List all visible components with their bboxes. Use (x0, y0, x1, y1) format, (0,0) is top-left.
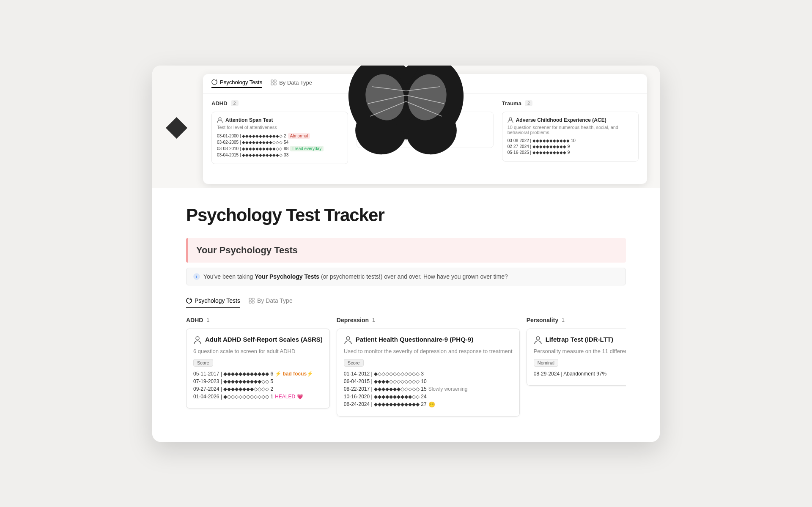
svg-rect-28 (249, 298, 251, 300)
svg-rect-30 (249, 301, 251, 303)
preview-adhd-desc: Test for level of attentiveness (217, 125, 343, 130)
depression-person-icon (344, 336, 352, 345)
preview-section: Psychology Tests By Data Type ADHD (152, 66, 660, 188)
svg-point-25 (509, 118, 512, 120)
info-text: You've been taking Your Psychology Tests… (203, 273, 508, 280)
svg-point-32 (196, 337, 199, 340)
preview-trauma-count: 2 (525, 100, 532, 106)
preview-card: Psychology Tests By Data Type ADHD (203, 74, 647, 184)
diamond-icon (165, 116, 188, 140)
kanban-col-personality: Personality 1 Lifetrap Test (IDR-LTT) Pe… (527, 317, 626, 417)
adhd-entry-2: 07-19-2023 | ◆◆◆◆◆◆◆◆◆◆◇◇ 5 (193, 378, 323, 384)
preview-adhd-row1: 03-01-2000 | ◆◆◆◆◆◆◆◆◆◆◆◇ 2 Abnormal (217, 133, 343, 139)
kanban-board: ADHD 1 Adult ADHD Self-Report Scales (AS… (186, 317, 626, 425)
main-content: Psychology Test Tracker Your Psychology … (152, 188, 660, 442)
adhd-test-desc: 6 question scale to screen for adult ADH… (193, 348, 323, 354)
depression-entry-5: 06-24-2024 | ◆◆◆◆◆◆◆◆◆◆◆◆ 27 😶 (344, 401, 513, 408)
preview-columns: ADHD 2 Attention Span Test Test for leve… (203, 93, 647, 178)
personality-col-header: Personality 1 (527, 317, 626, 323)
adhd-test-badge: Score (193, 359, 213, 367)
depression-col-name: Depression (337, 317, 369, 323)
tab-psychology-tests[interactable]: Psychology Tests (186, 294, 240, 308)
adhd-col-count: 1 (206, 317, 209, 323)
adhd-card-header: Adult ADHD Self-Report Scales (ASRS) (193, 336, 323, 345)
personality-test-card: Lifetrap Test (IDR-LTT) Personality meas… (527, 329, 626, 386)
depression-col-header: Depression 1 (337, 317, 520, 323)
section-header: Your Psychology Tests (186, 238, 626, 263)
person-icon-sm (217, 117, 223, 123)
preview-dep-card: Based... Depre... 01-01-202... ...s pres… (357, 112, 493, 148)
svg-rect-29 (252, 298, 254, 300)
depression-col-count: 1 (372, 317, 375, 323)
depression-entry-3: 08-22-2017 | ◆◆◆◆◆◆◆◇◇◇◇◇ 15 Slowly wors… (344, 386, 513, 392)
preview-col-dep-title: De... (357, 100, 368, 107)
preview-col-dep: De... Based... Depre... 01-01-202... ...… (357, 100, 493, 171)
preview-tab-datatype[interactable]: By Data Type (271, 79, 312, 88)
svg-point-23 (219, 118, 221, 120)
personality-card-header: Lifetrap Test (IDR-LTT) (534, 336, 626, 345)
preview-trauma-title: Adverse Childhood Experience (ACE) (516, 117, 606, 123)
svg-rect-19 (271, 80, 273, 82)
svg-point-10 (417, 67, 422, 71)
app-container: Psychology Tests By Data Type ADHD (152, 66, 660, 442)
adhd-col-name: ADHD (186, 317, 203, 323)
preview-trauma-card: Adverse Childhood Experience (ACE) 10 qu… (502, 112, 639, 162)
person-icon-dep (362, 117, 368, 123)
info-icon: i (193, 273, 200, 280)
preview-trauma-desc: 10 question screener for numerous health… (508, 125, 633, 135)
svg-point-34 (536, 337, 540, 340)
personality-test-name: Lifetrap Test (IDR-LTT) (546, 336, 613, 343)
svg-rect-20 (274, 80, 276, 82)
tab-by-datatype[interactable]: By Data Type (249, 294, 293, 307)
preview-tab-label: Psychology Tests (220, 79, 262, 85)
preview-adhd-title: Attention Span Test (225, 117, 273, 123)
section-title: Your Psychology Tests (196, 245, 298, 255)
refresh-icon (211, 79, 217, 85)
depression-test-badge: Score (344, 359, 364, 367)
personality-col-name: Personality (527, 317, 558, 323)
svg-point-33 (346, 337, 350, 340)
preview-tab-psychology[interactable]: Psychology Tests (211, 79, 262, 88)
svg-rect-31 (252, 301, 254, 303)
tab-grid-icon (249, 298, 255, 304)
personality-entry-1: 08-29-2024 | Abandonment 97% (534, 371, 626, 377)
preview-tab-datatype-label: By Data Type (279, 79, 312, 86)
page-title: Psychology Test Tracker (186, 205, 626, 225)
adhd-test-card: Adult ADHD Self-Report Scales (ASRS) 6 q… (186, 329, 330, 408)
depression-test-card: Patient Health Questionnaire-9 (PHQ-9) U… (337, 329, 520, 417)
person-icon-trauma (508, 117, 513, 123)
adhd-person-icon (193, 336, 202, 345)
adhd-test-name: Adult ADHD Self-Report Scales (ASRS) (205, 336, 323, 343)
kanban-col-adhd: ADHD 1 Adult ADHD Self-Report Scales (AS… (186, 317, 330, 417)
preview-tabs: Psychology Tests By Data Type (203, 74, 647, 93)
preview-adhd-count: 2 (231, 100, 239, 106)
svg-marker-0 (166, 117, 187, 139)
depression-entry-1: 01-14-2012 | ◆◇◇◇◇◇◇◇◇◇◇◇ 3 (344, 371, 513, 377)
preview-col-adhd: ADHD 2 Attention Span Test Test for leve… (211, 100, 348, 171)
kanban-col-depression: Depression 1 Patient Health Questionnair… (337, 317, 520, 417)
depression-card-header: Patient Health Questionnaire-9 (PHQ-9) (344, 336, 513, 345)
tab-refresh-icon (186, 298, 192, 304)
tab-datatype-label: By Data Type (257, 297, 293, 304)
preview-col-adhd-title: ADHD (211, 100, 228, 107)
adhd-entry-4: 01-04-2026 | ◆◇◇◇◇◇◇◇◇◇◇◇ 1 HEALED 💗 (193, 394, 323, 400)
preview-col-trauma: Trauma 2 Adverse Childhood Experience (A… (502, 100, 639, 171)
svg-rect-22 (274, 83, 276, 85)
depression-test-desc: Used to monitor the severity of depressi… (344, 348, 513, 354)
preview-adhd-card: Attention Span Test Test for level of at… (211, 112, 348, 164)
depression-entry-4: 10-16-2020 | ◆◆◆◆◆◆◆◆◆◆◇◇ 24 (344, 394, 513, 400)
personality-test-badge: Nominal (534, 359, 558, 367)
svg-text:i: i (196, 274, 198, 279)
svg-rect-21 (271, 83, 273, 85)
personality-col-count: 1 (562, 317, 565, 323)
grid-icon (271, 79, 277, 85)
adhd-entry-3: 09-27-2024 | ◆◆◆◆◆◆◆◆◇◇◇◇ 2 (193, 386, 323, 392)
tab-psychology-label: Psychology Tests (195, 297, 240, 304)
depression-entry-2: 06-04-2015 | ◆◆◆◆◇◇◇◇◇◇◇◇ 10 (344, 378, 513, 384)
svg-point-24 (364, 118, 366, 120)
preview-col-trauma-title: Trauma (502, 100, 521, 107)
svg-point-9 (390, 67, 395, 71)
adhd-entry-1: 05-11-2017 | ◆◆◆◆◆◆◆◆◆◆◆◆ 6 ⚡ bad focus⚡ (193, 371, 323, 377)
info-bar: i You've been taking Your Psychology Tes… (186, 268, 626, 285)
adhd-col-header: ADHD 1 (186, 317, 330, 323)
